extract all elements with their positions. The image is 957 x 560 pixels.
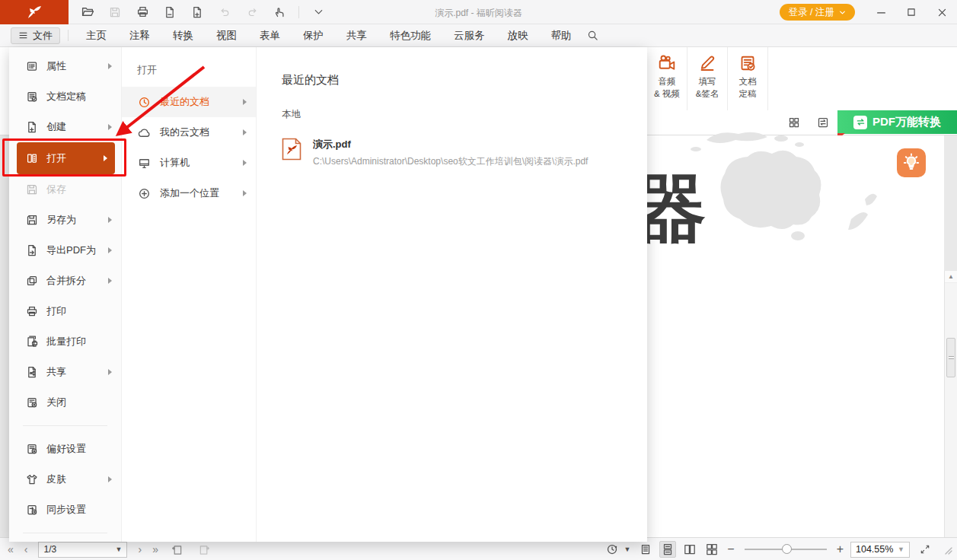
hamburger-icon bbox=[18, 30, 28, 40]
ribbon-group-文档定稿[interactable]: 文档定稿 bbox=[728, 47, 768, 110]
sidebar-item-doc-finalize[interactable]: 文档定稿 bbox=[9, 81, 121, 112]
vertical-scrollbar[interactable]: ▲ bbox=[944, 271, 957, 560]
print-icon[interactable] bbox=[134, 4, 151, 21]
ribbon-group-label: 填写&签名 bbox=[696, 76, 719, 100]
chevron-down-icon: ▼ bbox=[116, 546, 123, 553]
title-bar: 演示.pdf - 福昕阅读器 登录 / 注册 bbox=[0, 0, 957, 24]
open-location-computer[interactable]: 计算机 bbox=[122, 148, 256, 178]
sidebar-item-save[interactable]: 保存 bbox=[9, 174, 121, 205]
sidebar-item-label: 导出PDF为 bbox=[46, 243, 96, 257]
sidebar-item-batch-print[interactable]: 批量打印 bbox=[9, 326, 121, 357]
hand-tool-icon[interactable] bbox=[271, 4, 288, 21]
open-location-add-place[interactable]: 添加一个位置 bbox=[122, 178, 256, 208]
save-icon bbox=[109, 6, 121, 18]
sidebar-item-close[interactable]: 关闭 bbox=[9, 387, 121, 418]
chevron-down-icon[interactable]: ▼ bbox=[624, 546, 630, 553]
fullscreen-icon[interactable] bbox=[917, 541, 933, 558]
close-button[interactable] bbox=[927, 0, 957, 24]
search-icon[interactable] bbox=[585, 27, 601, 44]
submenu-arrow-icon bbox=[108, 278, 112, 284]
file-menu-button[interactable]: 文件 bbox=[11, 27, 60, 44]
sidebar-item-merge-split[interactable]: 合并拆分 bbox=[9, 266, 121, 296]
window-title: 演示.pdf - 福昕阅读器 bbox=[435, 7, 522, 20]
menu-tab-保护[interactable]: 保护 bbox=[292, 24, 335, 46]
layout-continuous-button[interactable] bbox=[659, 541, 676, 558]
export-page-icon[interactable] bbox=[161, 4, 178, 21]
previous-view-icon[interactable] bbox=[169, 541, 186, 558]
undo-icon[interactable] bbox=[216, 4, 233, 21]
sidebar-item-properties[interactable]: 属性 bbox=[9, 51, 121, 81]
menu-tab-注释[interactable]: 注释 bbox=[118, 24, 161, 46]
tip-widget-button[interactable] bbox=[897, 148, 926, 177]
open-location-label: 最近的文档 bbox=[160, 95, 209, 109]
menu-tab-帮助[interactable]: 帮助 bbox=[540, 24, 583, 46]
menu-tab-云服务[interactable]: 云服务 bbox=[442, 24, 496, 46]
menu-tab-共享[interactable]: 共享 bbox=[335, 24, 378, 46]
read-mode-icon[interactable] bbox=[604, 541, 620, 558]
login-button[interactable]: 登录 / 注册 bbox=[780, 4, 855, 21]
sidebar-item-share[interactable]: 共享 bbox=[9, 357, 121, 387]
layout-facing-continuous-button[interactable] bbox=[703, 541, 720, 558]
scrollbar-thumb[interactable] bbox=[946, 338, 955, 377]
zoom-slider[interactable] bbox=[745, 549, 827, 550]
sidebar-item-sync-settings[interactable]: 同步设置 bbox=[9, 495, 121, 525]
scrollbar-grip bbox=[949, 356, 954, 359]
cloud-icon bbox=[138, 126, 151, 139]
layout-facing-button[interactable] bbox=[681, 541, 698, 558]
sidebar-item-label: 皮肤 bbox=[46, 473, 66, 486]
chevron-down-icon bbox=[839, 9, 846, 16]
zoom-value-input[interactable]: 104.55% ▼ bbox=[850, 542, 910, 558]
menu-tab-主页[interactable]: 主页 bbox=[75, 24, 118, 46]
menu-tab-特色功能[interactable]: 特色功能 bbox=[378, 24, 442, 46]
save-icon bbox=[26, 183, 38, 196]
next-page-icon[interactable]: › bbox=[138, 543, 142, 555]
menu-tab-表单[interactable]: 表单 bbox=[248, 24, 292, 46]
export-pdf-icon bbox=[26, 244, 38, 256]
app-logo[interactable] bbox=[0, 0, 69, 24]
recent-file-item[interactable]: 演示.pdf C:\Users\Administrator\Desktop\se… bbox=[282, 138, 647, 168]
zoom-out-icon[interactable]: − bbox=[727, 542, 734, 556]
next-view-icon[interactable] bbox=[196, 541, 213, 558]
open-location-recent-docs[interactable]: 最近的文档 bbox=[122, 87, 256, 117]
foxit-logo-icon bbox=[25, 4, 43, 21]
properties-icon bbox=[26, 60, 38, 72]
last-page-icon[interactable]: » bbox=[152, 543, 158, 555]
open-panel-title: 打开 bbox=[122, 63, 256, 77]
recent-docs-panel: 最近的文档 本地 演示.pdf C:\Users\Administrator\D… bbox=[257, 47, 647, 542]
sidebar-item-save-as[interactable]: 另存为 bbox=[9, 205, 121, 235]
preferences-icon bbox=[26, 443, 38, 455]
resize-grip[interactable] bbox=[943, 544, 952, 555]
chevron-down-icon: ▼ bbox=[898, 546, 904, 553]
menu-tab-转换[interactable]: 转换 bbox=[161, 24, 205, 46]
collapse-toolbar-icon[interactable] bbox=[310, 4, 327, 21]
menu-tab-视图[interactable]: 视图 bbox=[205, 24, 248, 46]
first-page-icon[interactable]: « bbox=[8, 543, 14, 555]
submenu-arrow-icon bbox=[108, 124, 112, 130]
scroll-up-arrow-icon[interactable]: ▲ bbox=[945, 271, 957, 283]
page-number-input[interactable]: 1/3 ▼ bbox=[38, 542, 127, 558]
ribbon-group-label: 文档定稿 bbox=[739, 76, 757, 100]
sidebar-item-create[interactable]: 创建 bbox=[9, 112, 121, 142]
recent-file-name: 演示.pdf bbox=[313, 138, 588, 151]
ribbon-group-container: 音频& 视频填写&签名文档定稿 bbox=[647, 47, 768, 110]
save-icon[interactable] bbox=[107, 4, 123, 21]
sidebar-item-open[interactable]: 打开 bbox=[17, 142, 115, 174]
sidebar-item-preferences[interactable]: 偏好设置 bbox=[9, 434, 121, 464]
zoom-in-icon[interactable]: + bbox=[837, 542, 844, 556]
redo-icon[interactable] bbox=[244, 4, 260, 21]
sidebar-item-print[interactable]: 打印 bbox=[9, 296, 121, 326]
ribbon-group-填写&签名[interactable]: 填写&签名 bbox=[687, 47, 728, 110]
open-location-cloud-docs[interactable]: 我的云文档 bbox=[122, 117, 256, 148]
sidebar-item-skin[interactable]: 皮肤 bbox=[9, 464, 121, 495]
layout-single-button[interactable] bbox=[637, 541, 654, 558]
maximize-button[interactable] bbox=[896, 0, 927, 24]
minimize-button[interactable] bbox=[866, 0, 896, 24]
menu-tab-放映[interactable]: 放映 bbox=[496, 24, 540, 46]
zoom-slider-knob[interactable] bbox=[782, 544, 792, 554]
file-menu-panel: 属性文档定稿创建打开保存另存为导出PDF为合并拆分打印批量打印共享关闭偏好设置皮… bbox=[9, 47, 647, 542]
prev-page-icon[interactable]: ‹ bbox=[24, 543, 28, 555]
sidebar-item-export-pdf[interactable]: 导出PDF为 bbox=[9, 235, 121, 266]
new-document-icon[interactable] bbox=[189, 4, 206, 21]
open-folder-icon[interactable] bbox=[79, 4, 96, 21]
ribbon-group-音频& 视频[interactable]: 音频& 视频 bbox=[647, 47, 687, 110]
